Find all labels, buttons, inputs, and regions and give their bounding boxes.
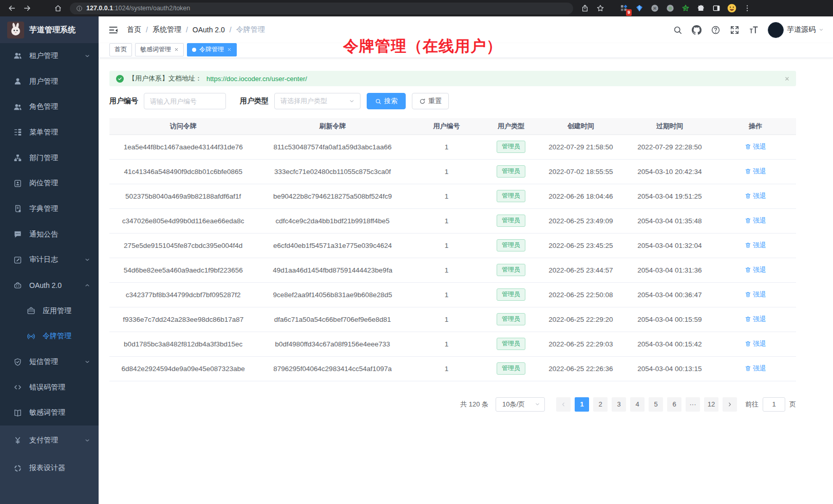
next-page-button[interactable] (723, 397, 737, 412)
page-button-6[interactable]: 6 (667, 397, 681, 412)
browser-back-button[interactable] (5, 2, 18, 15)
create-time-cell: 2022-06-25 22:29:03 (537, 332, 624, 356)
sidebar-item-menu[interactable]: 菜单管理 (0, 120, 99, 145)
force-logout-button[interactable]: 强退 (745, 142, 766, 151)
sidebar-item-audit-log[interactable]: 审计日志 (0, 247, 99, 273)
browser-forward-button[interactable] (21, 2, 34, 15)
dept-icon (13, 153, 22, 162)
browser-address-bar[interactable]: 127.0.0.1:1024/system/oauth2/token (70, 3, 573, 14)
close-icon[interactable] (784, 76, 790, 82)
user-type-select[interactable]: 请选择用户类型 (274, 93, 361, 109)
page-button-3[interactable]: 3 (612, 397, 626, 412)
extension-badge: 9 (626, 9, 632, 16)
browser-menu-button[interactable] (741, 2, 754, 15)
force-logout-button[interactable]: 强退 (745, 339, 766, 348)
extensions-puzzle-button[interactable] (694, 2, 708, 15)
sidebar-item-dept[interactable]: 部门管理 (0, 145, 99, 171)
view-tab-sensitive-word[interactable]: 敏感词管理 (135, 43, 184, 56)
extension-gem-button[interactable] (633, 2, 646, 15)
create-time-cell: 2022-06-25 22:29:20 (537, 307, 624, 332)
reset-button[interactable]: 重置 (412, 93, 449, 109)
breadcrumb-item[interactable]: 系统管理 (153, 25, 181, 34)
page-button-4[interactable]: 4 (630, 397, 645, 412)
sidebar-item-error-code[interactable]: 错误码管理 (0, 375, 99, 400)
sidebar-menu-bottom: 支付管理报表设计器 (0, 425, 99, 504)
close-icon[interactable] (227, 47, 232, 52)
sidebar-item-tenant[interactable]: 租户管理 (0, 43, 99, 69)
force-logout-button[interactable]: 强退 (745, 265, 766, 275)
bookmark-star-button[interactable] (594, 2, 607, 15)
sidebar-item-role[interactable]: 角色管理 (0, 94, 99, 120)
table-row: c347026e805e4d99b0d116eae66eda8ccdfc4ce9… (109, 208, 796, 233)
sidebar-item-sms[interactable]: 短信管理 (0, 349, 99, 375)
extension-star-button[interactable] (679, 2, 692, 15)
url-host: 127.0.0.1 (86, 5, 113, 12)
breadcrumb-item[interactable]: OAuth 2.0 (193, 26, 225, 34)
font-size-icon[interactable] (749, 25, 759, 35)
trash-icon (745, 316, 751, 322)
browser-home-button[interactable] (51, 2, 65, 15)
view-tab-token[interactable]: 令牌管理 (187, 43, 237, 56)
force-logout-label: 强退 (753, 339, 766, 348)
sidebar-item-sensitive-word[interactable]: 敏感词管理 (0, 400, 99, 426)
user-no-input[interactable] (144, 93, 226, 109)
sidebar-item-oauth2-token[interactable]: 令牌管理 (0, 324, 99, 350)
goto-page-input[interactable] (763, 397, 785, 412)
page-ellipsis[interactable]: ··· (686, 397, 700, 412)
profile-avatar[interactable] (725, 2, 739, 15)
breadcrumb-separator: / (230, 26, 232, 34)
view-tab-home[interactable]: 首页 (109, 43, 132, 56)
sidebar-item-report-designer[interactable]: 报表设计器 (0, 454, 99, 482)
alert-label: 【用户体系】文档地址： (128, 74, 202, 83)
share-button[interactable] (578, 2, 592, 15)
extension-grid-button[interactable]: 9 (617, 2, 631, 15)
help-icon[interactable] (711, 25, 721, 35)
force-logout-button[interactable]: 强退 (745, 191, 766, 201)
user-menu[interactable]: 芋道源码 (768, 22, 824, 38)
user-no-cell: 1 (408, 233, 485, 258)
close-icon[interactable] (174, 47, 179, 52)
breadcrumb-item[interactable]: 首页 (127, 25, 141, 34)
force-logout-button[interactable]: 强退 (745, 167, 766, 176)
extension-command-button[interactable] (648, 2, 661, 15)
expire-time-cell: 2054-03-04 00:15:42 (624, 332, 715, 356)
app-logo[interactable]: 芋道管理系统 (0, 16, 99, 43)
page-button-12[interactable]: 12 (704, 397, 718, 412)
menu-icon (13, 128, 22, 137)
fullscreen-icon[interactable] (730, 25, 740, 35)
breadcrumb-separator: / (146, 26, 148, 34)
chevron-down-icon (535, 401, 540, 407)
page-button-1[interactable]: 1 (575, 397, 589, 412)
sidebar-item-post[interactable]: 岗位管理 (0, 170, 99, 196)
goto-unit: 页 (789, 400, 796, 409)
post-icon (13, 179, 22, 188)
force-logout-button[interactable]: 强退 (745, 315, 766, 324)
sidebar-item-oauth2-app[interactable]: 应用管理 (0, 298, 99, 324)
refresh-token-cell: cdfc4ce9c2da4bb1bdf21b9918ff4be5 (257, 208, 408, 233)
browser-reload-button[interactable] (36, 2, 49, 15)
search-icon[interactable] (673, 25, 683, 35)
sidebar-item-oauth2[interactable]: OAuth 2.0 (0, 273, 99, 298)
force-logout-button[interactable]: 强退 (745, 241, 766, 250)
page-button-5[interactable]: 5 (649, 397, 663, 412)
side-panel-button[interactable] (710, 2, 723, 15)
force-logout-button[interactable]: 强退 (745, 290, 766, 299)
sidebar-item-notice[interactable]: 通知公告 (0, 222, 99, 247)
search-button[interactable]: 搜索 (367, 93, 406, 109)
sidebar-item-dict[interactable]: 字典管理 (0, 196, 99, 222)
force-logout-label: 强退 (753, 216, 766, 225)
page-size-select[interactable]: 10条/页 (496, 397, 545, 412)
extension-record-button[interactable] (664, 2, 677, 15)
page-button-2[interactable]: 2 (593, 397, 608, 412)
github-icon[interactable] (692, 25, 702, 35)
sidebar-item-label: 通知公告 (29, 230, 58, 239)
sidebar-collapse-icon[interactable] (108, 25, 119, 35)
force-logout-button[interactable]: 强退 (745, 216, 766, 225)
sidebar-item-pay[interactable]: 支付管理 (0, 427, 99, 454)
sidebar-item-user[interactable]: 用户管理 (0, 69, 99, 94)
expire-time-cell: 2054-03-04 01:32:04 (624, 233, 715, 258)
trash-icon (745, 365, 751, 372)
alert-doc-link[interactable]: https://doc.iocoder.cn/user-center/ (206, 75, 307, 83)
prev-page-button[interactable] (556, 397, 571, 412)
force-logout-button[interactable]: 强退 (745, 364, 766, 373)
